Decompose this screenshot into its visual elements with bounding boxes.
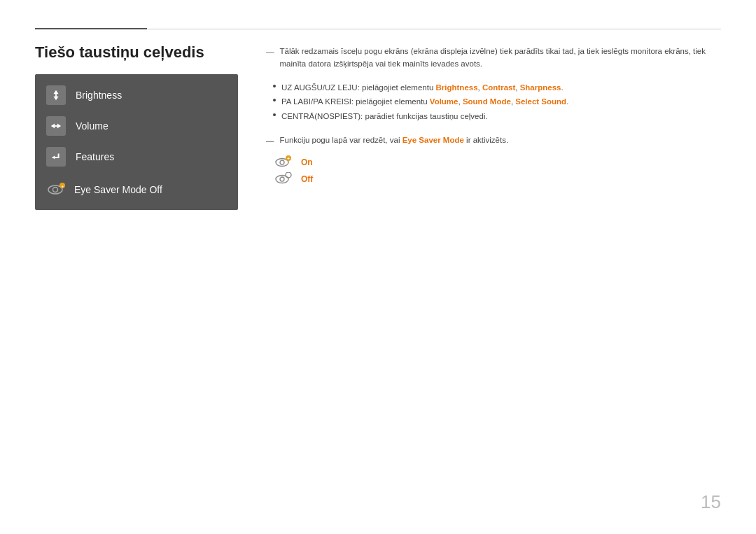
eye-saver-mode-highlight: Eye Saver Mode: [402, 136, 464, 144]
highlight-soundmode: Sound Mode: [463, 97, 511, 106]
brightness-label: Brightness: [76, 90, 122, 101]
highlight-contrast: Contrast: [482, 83, 515, 92]
bullet-text-3: CENTRĀ(NOSPIEST): parādiet funkcijas tau…: [281, 109, 488, 124]
svg-marker-6: [52, 155, 55, 159]
eye-off-label: Off: [301, 174, 313, 184]
page-container: Tiešo taustiņu ceļvedis Brightness: [0, 0, 756, 534]
main-layout: Tiešo taustiņu ceļvedis Brightness: [35, 43, 721, 210]
svg-text:+: +: [287, 156, 290, 161]
eye-on-icon: +: [273, 155, 295, 169]
brightness-icon: [46, 85, 66, 105]
bullet-list: UZ AUGŠU/UZ LEJU: pielāgojiet elementu B…: [266, 80, 721, 124]
features-label: Features: [76, 151, 114, 162]
bullet-text-1: UZ AUGŠU/UZ LEJU: pielāgojiet elementu B…: [281, 80, 564, 95]
left-column: Tiešo taustiņu ceļvedis Brightness: [35, 43, 238, 210]
highlight-selectsound: Select Sound: [515, 97, 566, 106]
menu-item-features[interactable]: Features: [35, 141, 238, 172]
features-icon: [46, 147, 66, 167]
svg-point-12: [280, 160, 284, 164]
volume-icon: [46, 116, 66, 136]
func-note-text: Funkciju pogu lapā var redzēt, vai Eye S…: [280, 134, 509, 146]
note-dash: —: [266, 45, 274, 58]
svg-rect-2: [55, 93, 57, 97]
func-dash: —: [266, 134, 274, 147]
bullet-dot-2: [273, 99, 276, 101]
main-note: — Tālāk redzamais īsceļu pogu ekrāns (ek…: [266, 45, 721, 71]
eye-status-off: Off: [273, 172, 721, 186]
top-dividers: [35, 28, 721, 29]
right-column: — Tālāk redzamais īsceļu pogu ekrāns (ek…: [266, 43, 721, 210]
func-note: — Funkciju pogu lapā var redzēt, vai Eye…: [266, 134, 721, 147]
menu-item-volume[interactable]: Volume: [35, 111, 238, 141]
eye-saver-icon: +: [46, 182, 67, 197]
eye-saver-label: Eye Saver Mode Off: [74, 184, 162, 195]
note-text: Tālāk redzamais īsceļu pogu ekrāns (ekrā…: [280, 45, 722, 71]
section-title: Tiešo taustiņu ceļvedis: [35, 43, 238, 62]
bullet-text-2: PA LABI/PA KREISI: pielāgojiet elementu …: [281, 94, 568, 109]
divider-light: [147, 29, 721, 29]
eye-status-list: + On Off: [266, 155, 721, 186]
eye-saver-row[interactable]: + Eye Saver Mode Off: [35, 175, 238, 204]
page-number: 15: [701, 491, 721, 513]
highlight-brightness: Brightness: [436, 83, 478, 92]
bullet-dot-3: [273, 113, 276, 116]
bullet-item-1: UZ AUGŠU/UZ LEJU: pielāgojiet elementu B…: [273, 80, 721, 95]
svg-text:+: +: [62, 184, 64, 188]
period2: .: [566, 97, 568, 106]
svg-point-17: [286, 172, 291, 178]
volume-label: Volume: [76, 120, 108, 132]
period1: .: [561, 83, 563, 92]
bullet-dot-1: [273, 85, 276, 87]
divider-dark: [35, 28, 147, 29]
svg-rect-5: [54, 125, 57, 127]
svg-point-8: [53, 188, 58, 192]
eye-off-icon: [273, 172, 295, 186]
highlight-sharpness: Sharpness: [520, 83, 561, 92]
bullet-item-2: PA LABI/PA KREISI: pielāgojiet elementu …: [273, 94, 721, 109]
eye-status-on: + On: [273, 155, 721, 169]
menu-item-brightness[interactable]: Brightness: [35, 80, 238, 111]
menu-box: Brightness Volume: [35, 74, 238, 210]
bullet-item-3: CENTRĀ(NOSPIEST): parādiet funkcijas tau…: [273, 109, 721, 124]
svg-point-16: [280, 177, 284, 181]
highlight-volume: Volume: [430, 97, 458, 106]
eye-on-label: On: [301, 157, 313, 167]
